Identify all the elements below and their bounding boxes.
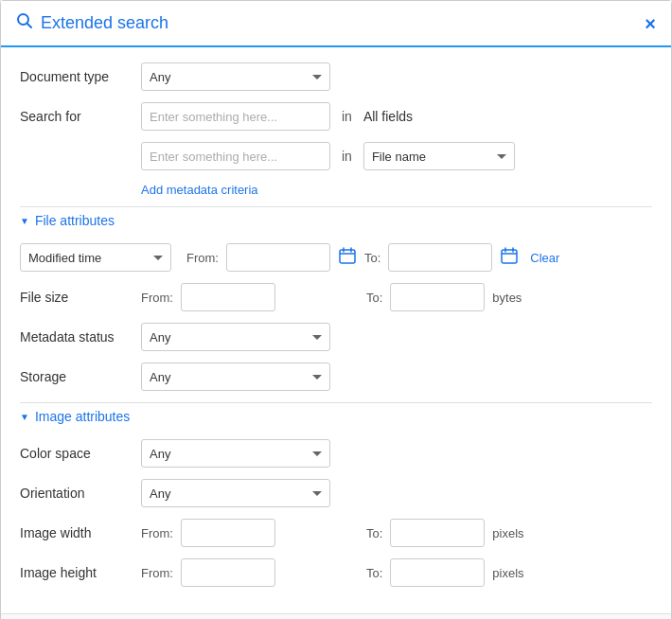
image-width-to-input[interactable] (390, 519, 485, 547)
clear-date-link[interactable]: Clear (530, 251, 559, 265)
from-date-input[interactable] (226, 243, 330, 272)
extended-search-dialog: Extended search × Document type Any Sear… (0, 0, 672, 619)
document-type-row: Document type Any (20, 62, 652, 91)
from-label-height: From: (141, 566, 173, 580)
file-attributes-section-header[interactable]: ▼ File attributes (20, 206, 652, 234)
search-input-1[interactable] (141, 102, 330, 131)
metadata-status-row: Metadata status Any (20, 323, 652, 351)
image-width-label: Image width (20, 525, 133, 540)
image-height-label: Image height (20, 565, 133, 580)
chevron-down-icon-2: ▼ (20, 412, 29, 422)
in-label-2: in (342, 149, 352, 164)
field-select[interactable]: File name (363, 142, 515, 170)
svg-rect-2 (340, 250, 355, 263)
search-input-2[interactable] (141, 142, 330, 170)
metadata-status-label: Metadata status (20, 329, 133, 345)
document-type-select[interactable]: Any (141, 62, 330, 91)
add-metadata-row: Add metadata criteria (141, 182, 652, 197)
color-space-row: Color space Any (20, 439, 652, 468)
storage-row: Storage Any (20, 363, 652, 391)
storage-select[interactable]: Any (141, 363, 330, 391)
dialog-header: Extended search × (1, 1, 671, 47)
dialog-title: Extended search (41, 13, 168, 33)
add-metadata-link[interactable]: Add metadata criteria (141, 183, 258, 197)
bytes-label: bytes (492, 291, 522, 305)
color-space-select[interactable]: Any (141, 439, 330, 468)
from-label-size: From: (141, 291, 173, 305)
dialog-body: Document type Any Search for in All fiel… (1, 47, 671, 613)
all-fields-label: All fields (363, 109, 413, 124)
image-attributes-section-header[interactable]: ▼ Image attributes (20, 402, 652, 430)
file-attributes-label: File attributes (35, 213, 115, 228)
orientation-row: Orientation Any (20, 479, 652, 507)
storage-label: Storage (20, 369, 133, 384)
color-space-label: Color space (20, 446, 133, 461)
image-width-from-input[interactable] (181, 519, 275, 547)
svg-rect-6 (502, 250, 517, 263)
in-label-1: in (342, 109, 352, 124)
pixels-label-width: pixels (492, 526, 523, 540)
dialog-title-area: Extended search (16, 12, 645, 34)
calendar-icon-from[interactable] (338, 246, 357, 269)
modified-time-row: Modified time From: To: (20, 243, 652, 272)
to-label-width: To: (366, 526, 382, 540)
to-label-height: To: (366, 566, 382, 580)
svg-line-1 (27, 24, 31, 27)
from-label-date: From: (186, 251, 219, 265)
file-size-row: File size From: To: bytes (20, 283, 652, 311)
image-width-row: Image width From: To: pixels (20, 519, 652, 547)
search-for-row1: Search for in All fields (20, 102, 652, 131)
dialog-footer: Clear Search (1, 613, 671, 619)
to-date-input[interactable] (388, 243, 492, 272)
search-for-row2: in File name (20, 142, 652, 170)
to-label-date: To: (364, 251, 380, 265)
chevron-down-icon: ▼ (20, 216, 29, 226)
image-height-from-input[interactable] (181, 558, 275, 587)
search-icon (16, 12, 33, 34)
search-for-label: Search for (20, 109, 133, 124)
metadata-status-select[interactable]: Any (141, 323, 330, 351)
close-button[interactable]: × (645, 14, 656, 33)
file-size-label: File size (20, 290, 133, 305)
file-size-to-input[interactable] (390, 283, 485, 311)
image-height-to-input[interactable] (390, 558, 485, 587)
orientation-select[interactable]: Any (141, 479, 330, 507)
image-height-row: Image height From: To: pixels (20, 558, 652, 587)
from-label-width: From: (141, 526, 173, 540)
orientation-label: Orientation (20, 486, 133, 501)
time-type-select[interactable]: Modified time (20, 243, 171, 272)
calendar-icon-to[interactable] (500, 246, 519, 269)
image-attributes-label: Image attributes (35, 409, 130, 424)
file-size-from-input[interactable] (181, 283, 275, 311)
document-type-label: Document type (20, 69, 133, 84)
pixels-label-height: pixels (492, 566, 523, 580)
to-label-size: To: (366, 291, 382, 305)
